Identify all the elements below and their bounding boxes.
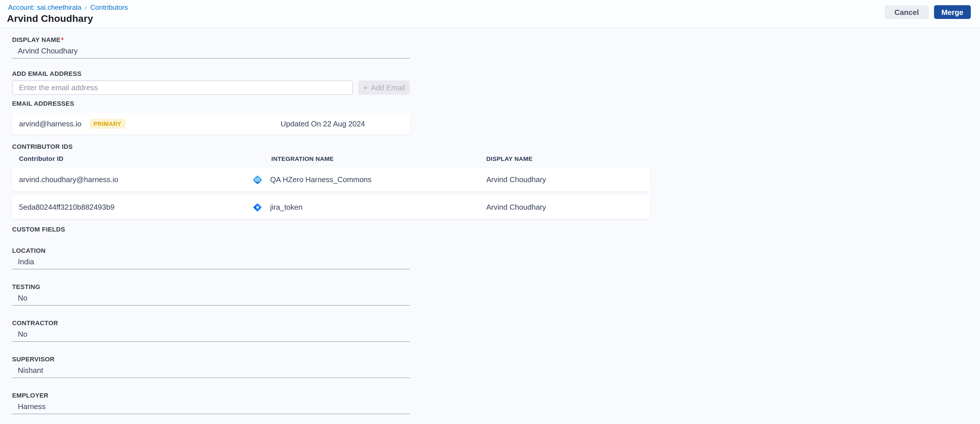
breadcrumb-account-link[interactable]: Account: sai.cheethirala <box>8 3 81 11</box>
employer-input[interactable]: Harness <box>12 400 410 414</box>
email-updated-date: Updated On 22 Aug 2024 <box>281 119 365 128</box>
contributor-id-row: arvind.choudhary@harness.io <box>12 168 650 191</box>
location-label: LOCATION <box>12 247 980 254</box>
contributor-ids-section: CONTRIBUTOR IDS Contributor ID INTEGRATI… <box>12 143 980 219</box>
plus-icon: + <box>363 83 368 92</box>
email-address-value: arvind@harness.io <box>19 119 81 128</box>
col-header-contributor-id: Contributor ID <box>12 155 252 162</box>
contributor-ids-label: CONTRIBUTOR IDS <box>12 143 980 151</box>
display-name-input[interactable]: Arvind Choudhary <box>12 45 410 59</box>
contributor-ids-table: Contributor ID INTEGRATION NAME DISPLAY … <box>12 155 650 219</box>
custom-field-testing: TESTING No <box>12 283 980 306</box>
row-display-name-value: Arvind Choudhary <box>472 175 650 184</box>
email-address-row: arvind@harness.io PRIMARY Updated On 22 … <box>12 113 410 135</box>
add-email-button[interactable]: + Add Email <box>358 81 410 95</box>
add-email-section: ADD EMAIL ADDRESS + Add Email <box>12 70 980 95</box>
row-display-name-value: Arvind Choudhary <box>472 203 650 211</box>
add-email-label: ADD EMAIL ADDRESS <box>12 70 980 78</box>
jira-icon <box>252 202 262 212</box>
main-content: DISPLAY NAME* Arvind Choudhary ADD EMAIL… <box>0 28 980 414</box>
custom-field-employer: EMPLOYER Harness <box>12 392 980 414</box>
location-input[interactable]: India <box>12 256 410 270</box>
breadcrumb: Account: sai.cheethirala › Contributors <box>8 3 971 11</box>
merge-button[interactable]: Merge <box>934 5 971 19</box>
required-asterisk: * <box>61 36 64 43</box>
page-header: Account: sai.cheethirala › Contributors … <box>0 0 980 28</box>
contractor-label: CONTRACTOR <box>12 319 980 327</box>
page-title: Arvind Choudhary <box>7 13 971 25</box>
contractor-input[interactable]: No <box>12 328 410 342</box>
custom-field-location: LOCATION India <box>12 247 980 270</box>
chevron-right-icon: › <box>85 4 87 11</box>
email-addresses-section: EMAIL ADDRESSES arvind@harness.io PRIMAR… <box>12 100 980 135</box>
display-name-label: DISPLAY NAME* <box>12 36 980 44</box>
supervisor-label: SUPERVISOR <box>12 356 980 363</box>
custom-field-supervisor: SUPERVISOR Nishant <box>12 356 980 378</box>
header-actions: Cancel Merge <box>885 5 971 19</box>
contributor-id-row: 5eda80244ff3210b882493b9 jira_token <box>12 195 650 219</box>
display-name-label-text: DISPLAY NAME <box>12 36 60 43</box>
add-email-button-label: Add Email <box>371 83 405 92</box>
employer-label: EMPLOYER <box>12 392 980 399</box>
custom-field-contractor: CONTRACTOR No <box>12 319 980 342</box>
display-name-section: DISPLAY NAME* Arvind Choudhary <box>12 36 980 59</box>
col-header-display-name: DISPLAY NAME <box>472 155 650 162</box>
integration-name-value: QA HZero Harness_Commons <box>270 175 372 184</box>
code-icon <box>252 175 262 185</box>
custom-fields-section: CUSTOM FIELDS LOCATION India TESTING No … <box>12 226 980 414</box>
supervisor-input[interactable]: Nishant <box>12 364 410 378</box>
contributor-ids-table-header: Contributor ID INTEGRATION NAME DISPLAY … <box>12 155 650 168</box>
col-header-integration-name: INTEGRATION NAME <box>252 155 472 162</box>
contributor-id-value: arvind.choudhary@harness.io <box>12 175 252 184</box>
cancel-button[interactable]: Cancel <box>885 5 929 19</box>
contributor-detail-page: Account: sai.cheethirala › Contributors … <box>0 0 980 424</box>
email-addresses-label: EMAIL ADDRESSES <box>12 100 980 108</box>
primary-badge: PRIMARY <box>89 119 125 129</box>
breadcrumb-contributors-link[interactable]: Contributors <box>90 3 128 11</box>
contributor-id-value: 5eda80244ff3210b882493b9 <box>12 203 252 211</box>
testing-input[interactable]: No <box>12 292 410 306</box>
testing-label: TESTING <box>12 283 980 291</box>
add-email-input[interactable] <box>12 81 353 95</box>
integration-name-value: jira_token <box>270 203 302 211</box>
custom-fields-label: CUSTOM FIELDS <box>12 226 980 233</box>
